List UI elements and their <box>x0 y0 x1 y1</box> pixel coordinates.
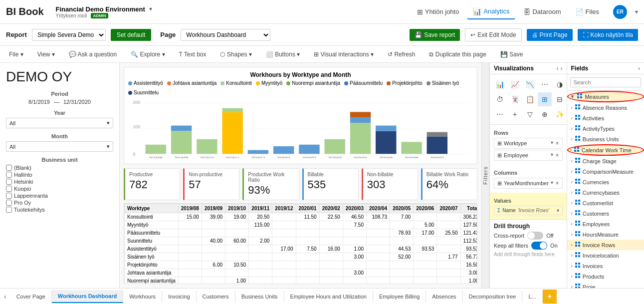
ask-question-btn[interactable]: 💬 Ask a question <box>66 49 120 60</box>
file-menu[interactable]: File ▾ <box>6 49 26 60</box>
fields-item-currencies[interactable]: ›Currencies <box>567 177 644 187</box>
save-report-button[interactable]: 💾 Save report <box>410 29 460 41</box>
viz-kpi-icon[interactable]: 📋 <box>523 92 537 106</box>
svg-rect-6[interactable] <box>146 145 166 154</box>
tab-employee-hours[interactable]: Employee Hours and Utilization <box>284 291 373 303</box>
fields-item-activities[interactable]: ›Activities <box>567 113 644 123</box>
svg-rect-31[interactable] <box>401 142 422 154</box>
viz-area-icon[interactable]: 📉 <box>523 77 537 91</box>
viz-more-icon[interactable]: ⋯ <box>493 107 507 121</box>
viz-line-icon[interactable]: 📈 <box>508 77 522 91</box>
tab-decomposition[interactable]: Decomposition tree <box>463 291 523 303</box>
viz-filter-icon[interactable]: ▽ <box>523 107 537 121</box>
svg-rect-33[interactable] <box>427 136 447 154</box>
year-dropdown[interactable]: All ▾ <box>6 118 113 128</box>
svg-rect-28[interactable] <box>376 131 396 154</box>
buttons-menu[interactable]: ⬜ Buttons ▾ <box>263 49 303 60</box>
tab-l[interactable]: L... <box>522 291 542 303</box>
viz-bar-icon[interactable]: 📊 <box>493 77 507 91</box>
fields-item-invoice-rows[interactable]: ›Invoice Rows <box>567 240 644 250</box>
fields-item-products[interactable]: ›Products <box>567 271 644 282</box>
refresh-btn[interactable]: ↺ Refresh <box>385 49 418 60</box>
nav-files[interactable]: 📄 Files <box>569 5 605 19</box>
bu-tuotekehitys[interactable]: Tuotekehitys <box>6 207 113 213</box>
viz-card-icon[interactable]: 🃏 <box>508 92 522 106</box>
svg-rect-14[interactable] <box>222 108 242 112</box>
page-select[interactable]: Workhours Dashboard <box>181 29 270 41</box>
explore-menu[interactable]: 🔍 Explore ▾ <box>128 49 168 60</box>
viz-custom-icon[interactable]: + <box>508 107 522 121</box>
fields-item-hoursmeasure[interactable]: ›HoursMeasure <box>567 229 644 240</box>
fields-item-charge-stage[interactable]: ›Charge Stage <box>567 156 644 166</box>
env-dropdown-icon[interactable]: ▾ <box>149 5 152 12</box>
tab-workhours[interactable]: Workhours <box>123 291 162 303</box>
fields-item-business-units[interactable]: ›Business Units <box>567 134 644 144</box>
fields-expand-icon[interactable]: › <box>638 65 640 72</box>
svg-rect-16[interactable] <box>248 150 268 154</box>
svg-rect-34[interactable] <box>427 132 447 137</box>
view-menu[interactable]: View ▾ <box>34 49 58 60</box>
fields-item-proje[interactable]: ›Proje... <box>567 282 644 288</box>
row-worktype-menu[interactable]: ▾ <box>551 140 553 147</box>
fullscreen-button[interactable]: ⛶ Koko näytön tila <box>578 29 638 41</box>
filters-sidebar[interactable]: Filters <box>481 63 489 288</box>
viz-expand-icon[interactable]: › <box>561 65 563 72</box>
add-page-button[interactable]: + <box>543 290 557 304</box>
viz-scatter-icon[interactable]: ⋯ <box>538 77 552 91</box>
svg-rect-8[interactable] <box>171 131 192 154</box>
shapes-menu[interactable]: ⬡ Shapes ▾ <box>217 49 254 60</box>
tab-invoicing[interactable]: Invoicing <box>162 291 196 303</box>
tab-absences[interactable]: Absences <box>426 291 462 303</box>
viz-table-icon[interactable]: ⊞ <box>538 92 552 106</box>
fields-item-measures[interactable]: ▼Measures <box>567 91 644 102</box>
fields-item-customers[interactable]: ›Customers <box>567 208 644 219</box>
row-employee-menu[interactable]: ▾ <box>551 152 553 159</box>
fields-item-employees[interactable]: ›Employees <box>567 219 644 229</box>
keep-filters-track[interactable] <box>531 242 547 250</box>
fields-item-invoices[interactable]: ›Invoices <box>567 261 644 271</box>
nav-dataroom[interactable]: 🗄 Dataroom <box>517 5 567 19</box>
tab-prev-icon[interactable]: ‹ <box>0 291 10 303</box>
set-default-button[interactable]: Set default <box>111 29 151 41</box>
tab-business-units[interactable]: Business Units <box>235 291 284 303</box>
print-page-button[interactable]: 🖨 Print Page <box>527 29 573 41</box>
search-input[interactable] <box>570 77 642 87</box>
viz-ai-icon[interactable]: ✨ <box>553 107 567 121</box>
fields-item-comparisonmeasure[interactable]: ›ComparisonMeasure <box>567 166 644 177</box>
bu-lappeenranta[interactable]: Lappeenranta <box>6 193 113 199</box>
viz-pie-icon[interactable]: ◑ <box>553 77 567 91</box>
bu-blank[interactable]: (Blank) <box>6 165 113 171</box>
report-select[interactable]: Simple Severa Demo <box>32 29 106 41</box>
svg-rect-24[interactable] <box>350 123 371 154</box>
visual-interactions-menu[interactable]: ⊞ Visual interactions ▾ <box>311 49 377 60</box>
svg-rect-22[interactable] <box>325 139 345 154</box>
fields-item-customerlist[interactable]: ›Customerlist <box>567 198 644 208</box>
svg-rect-13[interactable] <box>222 112 242 154</box>
exit-edit-button[interactable]: ↩ Exit Edit Mode <box>465 28 521 41</box>
fields-item-calendar-work-time[interactable]: ›Calendar Work Time <box>567 144 644 156</box>
col-yearmonth-remove[interactable]: × <box>555 180 559 187</box>
fields-item-absence-reasons[interactable]: ›Absence Reasons <box>567 102 644 113</box>
nav-dropdown-icon[interactable]: ▾ <box>635 8 638 15</box>
row-employee-remove[interactable]: × <box>555 152 559 159</box>
row-worktype-remove[interactable]: × <box>555 140 559 147</box>
val-invoice-menu[interactable]: ▾ <box>557 208 559 213</box>
viz-gauge-icon[interactable]: ⏱ <box>493 92 507 106</box>
svg-rect-9[interactable] <box>171 126 192 131</box>
nav-analytics[interactable]: 📊 Analytics <box>467 4 515 19</box>
tab-cover-page[interactable]: Cover Page <box>10 291 52 303</box>
svg-rect-25[interactable] <box>350 117 371 123</box>
viz-matrix-icon[interactable]: ⊟ <box>553 92 567 106</box>
svg-rect-29[interactable] <box>376 126 396 131</box>
viz-drill-icon[interactable]: ⊕ <box>538 107 552 121</box>
svg-rect-20[interactable] <box>299 145 319 154</box>
bu-kuopio[interactable]: Kuopio <box>6 186 113 192</box>
viz-collapse-icon[interactable]: ‹ <box>557 65 559 72</box>
svg-rect-11[interactable] <box>197 139 217 154</box>
svg-rect-26[interactable] <box>350 112 371 117</box>
save-btn[interactable]: 💾 Save <box>497 49 526 60</box>
fields-item-currencybases[interactable]: ›Currencybases <box>567 187 644 198</box>
bu-helsinki[interactable]: Helsinki <box>6 179 113 185</box>
avatar[interactable]: ER <box>613 5 627 19</box>
svg-rect-18[interactable] <box>273 146 294 154</box>
